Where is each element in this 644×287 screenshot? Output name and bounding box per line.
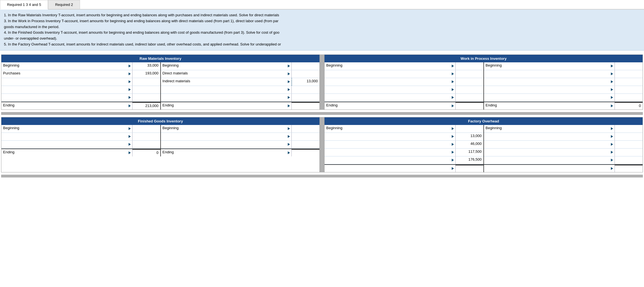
rm-left-row-3 (1, 86, 160, 94)
wip-right-total: Ending 0 (484, 102, 643, 110)
rm-right-arrow-3 (286, 86, 291, 94)
wip-left-total-arrow (450, 102, 455, 110)
fo-left-row-3: 117,500 (325, 149, 483, 156)
fg-right-total-arrow (286, 149, 291, 156)
wip-left-label-0: Beginning (325, 62, 450, 70)
rm-ending-label: Ending (1, 102, 127, 110)
rm-left-arrow-3 (127, 86, 132, 94)
fg-left-row-1 (1, 133, 160, 141)
wip-ending-val[interactable] (455, 102, 483, 110)
rm-left-val-1[interactable]: 193,000 (132, 70, 160, 78)
fo-right-row-3 (484, 149, 643, 156)
rm-left-val-0[interactable]: 33,000 (132, 62, 160, 70)
wip-left-total: Ending (325, 102, 483, 110)
factory-overhead-panel: Factory Overhead Beginning 13,000 (324, 117, 643, 172)
wip-right-label-0: Beginning (484, 62, 610, 70)
wip-left: Beginning (325, 62, 484, 110)
fg-left-arrow-1 (127, 133, 132, 140)
fo-right-total-arrow (609, 165, 615, 172)
wip-left-row-2 (325, 78, 483, 86)
wip-left-arrow-0 (450, 62, 455, 70)
fo-right-arrow-0 (609, 125, 615, 133)
fg-right-ending-val[interactable] (291, 149, 319, 156)
wip-right-row-3 (484, 86, 643, 94)
fg-left-row-0: Beginning (1, 125, 160, 133)
fg-left-row-2 (1, 141, 160, 149)
wip-right-arrow-0 (609, 62, 615, 70)
fo-left-total (325, 164, 483, 172)
fo-left-val-2[interactable]: 46,000 (455, 141, 483, 148)
rm-ending-val[interactable]: 213,000 (132, 102, 160, 110)
fg-ending-val[interactable]: 0 (132, 149, 160, 156)
fo-left-total-arrow (450, 165, 455, 172)
fo-left-row-4: 176,500 (325, 156, 483, 164)
finished-goods-panel: Finished Goods Inventory Beginning (1, 117, 320, 172)
rm-right-label-1: Direct materials (161, 70, 287, 78)
rm-right-row-0: Beginning (161, 62, 320, 70)
fg-left: Beginning Ending (1, 125, 161, 156)
fo-left-arrow-2 (450, 141, 455, 148)
rm-right-total: Ending (161, 102, 320, 110)
rm-right-ending-label: Ending (161, 102, 287, 110)
instruction-line-1: 1. In the Raw Materials Inventory T-acco… (4, 12, 640, 18)
rm-right-row-4 (161, 94, 320, 102)
instruction-line-2: 3. In the Work in Process Inventory T-ac… (4, 18, 640, 24)
rm-left-row-2 (1, 78, 160, 86)
divider-1 (320, 54, 324, 110)
wip-left-arrow-4 (450, 94, 455, 101)
wip-right-ending-val[interactable]: 0 (615, 102, 643, 110)
instruction-line-3: goods manufactured in the period. (4, 24, 640, 30)
rm-left-row-4 (1, 94, 160, 102)
wip-left-arrow-1 (450, 70, 455, 78)
wip-right-row-4 (484, 94, 643, 102)
fg-right-ending-label: Ending (161, 149, 287, 156)
wip-right-arrow-4 (609, 94, 615, 101)
fo-left-val-1[interactable]: 13,000 (455, 133, 483, 140)
fo-right-row-1 (484, 133, 643, 141)
fg-ending-label: Ending (1, 149, 127, 156)
section-separator-2 (1, 175, 643, 177)
divider-2 (320, 117, 324, 172)
wip-right-row-2 (484, 78, 643, 86)
instruction-line-4: 4. In the Finished Goods Inventory T-acc… (4, 30, 640, 36)
fg-right-row-0: Beginning (161, 125, 320, 133)
rm-left-arrow-1 (127, 70, 132, 78)
tabs-bar: Required 1 3 4 and 5 Required 2 (0, 0, 644, 10)
fo-right-row-4 (484, 156, 643, 164)
rm-right-val-1[interactable] (291, 70, 319, 78)
raw-materials-title: Raw Materials Inventory (1, 55, 319, 62)
rm-left-row-1: Purchases 193,000 (1, 70, 160, 78)
main-wrapper: Required 1 3 4 and 5 Required 2 1. In th… (0, 0, 644, 177)
rm-right-arrow-2 (286, 78, 291, 86)
wip-panel: Work in Process Inventory Beginning (324, 54, 643, 110)
wip-left-row-0: Beginning (325, 62, 483, 70)
raw-materials-left: Beginning 33,000 Purchases 193,000 (1, 62, 161, 110)
fo-right-arrow-2 (609, 141, 615, 148)
rm-right-label-0: Beginning (161, 62, 287, 70)
rm-right-total-arrow (286, 102, 291, 110)
rm-right-val-0[interactable] (291, 62, 319, 70)
fo-left-val-4[interactable]: 176,500 (455, 156, 483, 164)
rm-right-arrow-0 (286, 62, 291, 70)
fo-left-row-2: 46,000 (325, 141, 483, 149)
fo-left-row-0: Beginning (325, 125, 483, 133)
tab-required-1-3-4-5[interactable]: Required 1 3 4 and 5 (0, 0, 48, 10)
fo-right-total (484, 164, 643, 172)
tab-required-2[interactable]: Required 2 (48, 0, 80, 9)
wip-right-total-arrow (609, 102, 615, 110)
fg-right-label-0: Beginning (161, 125, 287, 133)
fg-right-row-1 (161, 133, 320, 141)
wip-right-row-1 (484, 70, 643, 78)
rm-left-arrow-2 (127, 78, 132, 86)
finished-goods-title: Finished Goods Inventory (1, 117, 319, 125)
rm-right-val-2[interactable]: 13,000 (291, 78, 319, 86)
wip-right-row-0: Beginning (484, 62, 643, 70)
fo-left-val-3[interactable]: 117,500 (455, 149, 483, 156)
rm-right-ending-val[interactable] (291, 102, 319, 110)
fg-right-arrow-1 (286, 133, 291, 140)
rm-left-total: Ending 213,000 (1, 102, 160, 110)
wip-right-arrow-1 (609, 70, 615, 78)
rm-left-arrow-4 (127, 94, 132, 101)
rm-right-row-3 (161, 86, 320, 94)
fo-right-arrow-4 (609, 156, 615, 164)
